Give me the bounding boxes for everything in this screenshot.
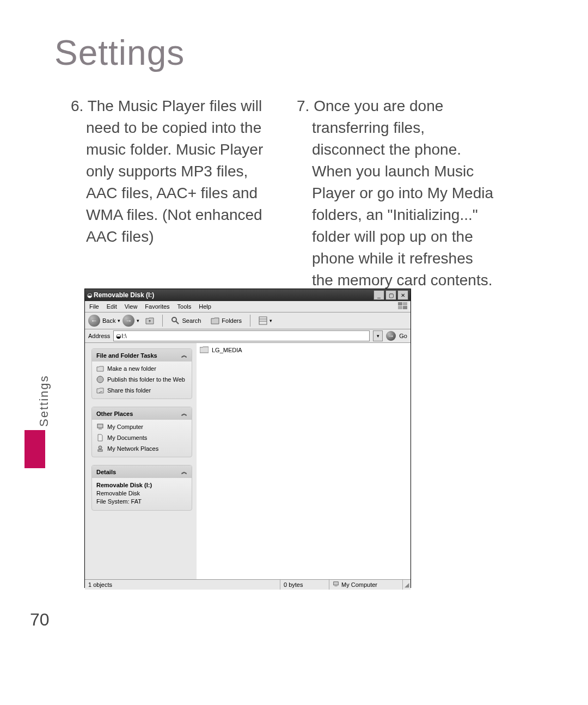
toolbar: ← Back ▾ → ▾ Search Folders	[85, 312, 411, 329]
folders-button[interactable]: Folders	[207, 314, 246, 327]
svg-rect-2	[398, 306, 402, 309]
folder-item-label: LG_MEDIA	[212, 347, 242, 353]
file-folder-tasks-panel: File and Folder Tasks ︽ Make a new folde…	[91, 348, 192, 399]
place-network-label: My Network Places	[107, 445, 158, 452]
search-icon	[171, 316, 180, 325]
network-icon	[96, 445, 104, 452]
file-list-pane[interactable]: LG_MEDIA	[197, 343, 411, 579]
side-tab-label: Settings	[37, 375, 51, 427]
windows-logo-icon	[398, 302, 408, 310]
maximize-button[interactable]: ▢	[385, 290, 396, 300]
status-bar: 1 objects 0 bytes My Computer ◢	[85, 579, 411, 590]
collapse-icon[interactable]: ︽	[181, 468, 187, 476]
address-input[interactable]: ◒ I:\	[113, 330, 370, 341]
svg-rect-0	[398, 302, 402, 305]
tasks-panel-title: File and Folder Tasks	[96, 352, 157, 359]
folders-icon	[211, 316, 219, 325]
folder-item-lg-media[interactable]: LG_MEDIA	[200, 346, 407, 353]
go-label: Go	[399, 333, 407, 339]
svg-rect-13	[98, 450, 102, 451]
svg-rect-15	[334, 586, 337, 587]
details-text: Removable Disk (I:) Removable Disk File …	[96, 481, 187, 506]
place-my-documents[interactable]: My Documents	[96, 434, 187, 442]
folder-icon	[200, 346, 209, 353]
places-panel-header[interactable]: Other Places ︽	[92, 407, 192, 420]
svg-line-5	[176, 321, 179, 324]
computer-icon	[96, 423, 104, 431]
documents-icon	[96, 434, 104, 442]
svg-rect-14	[334, 582, 339, 585]
address-bar: Address ◒ I:\ ▾ → Go	[85, 329, 411, 343]
up-button[interactable]	[142, 314, 158, 327]
details-panel-title: Details	[96, 469, 116, 475]
folder-up-icon	[145, 316, 154, 325]
page-heading: Settings	[54, 33, 185, 73]
menu-view[interactable]: View	[125, 303, 138, 310]
views-dropdown-icon: ▾	[270, 318, 272, 323]
resize-grip-icon[interactable]: ◢	[403, 580, 411, 590]
instruction-text: 6. The Music Player files will need to b…	[71, 95, 495, 291]
address-label: Address	[88, 333, 110, 339]
tasks-sidebar: File and Folder Tasks ︽ Make a new folde…	[85, 343, 197, 579]
place-my-documents-label: My Documents	[107, 434, 147, 442]
step-7-number: 7.	[297, 97, 309, 114]
menu-help[interactable]: Help	[199, 303, 211, 310]
places-panel-title: Other Places	[96, 410, 133, 417]
minimize-button[interactable]: _	[373, 290, 384, 300]
toolbar-separator	[162, 315, 163, 327]
svg-point-12	[99, 446, 102, 449]
menu-bar: File Edit View Favorites Tools Help	[85, 301, 411, 312]
details-name: Removable Disk (I:)	[96, 482, 152, 488]
views-button[interactable]: ▾	[255, 314, 276, 327]
forward-button[interactable]: →	[122, 315, 134, 327]
status-location: My Computer	[329, 580, 403, 590]
task-publish-label: Publish this folder to the Web	[107, 376, 185, 383]
toolbar-separator-2	[250, 315, 250, 327]
forward-dropdown-icon[interactable]: ▾	[137, 318, 139, 323]
place-network[interactable]: My Network Places	[96, 445, 187, 452]
titlebar-disk-icon: ◒	[87, 292, 93, 299]
new-folder-icon	[96, 365, 104, 372]
window-titlebar[interactable]: ◒ Removable Disk (I:) _ ▢ ✕	[85, 289, 411, 301]
address-value: I:\	[121, 333, 126, 339]
step-7-text: Once you are done transferring files, di…	[312, 97, 493, 289]
svg-rect-6	[259, 317, 267, 324]
tasks-panel-header[interactable]: File and Folder Tasks ︽	[92, 349, 192, 361]
details-panel-header[interactable]: Details ︽	[92, 465, 192, 478]
svg-point-4	[172, 317, 176, 322]
views-icon	[259, 316, 267, 325]
page-number: 70	[30, 610, 50, 630]
close-button[interactable]: ✕	[397, 290, 408, 300]
details-type: Removable Disk	[96, 490, 140, 496]
svg-rect-3	[403, 306, 407, 309]
task-share[interactable]: Share this folder	[96, 387, 187, 394]
task-new-folder[interactable]: Make a new folder	[96, 365, 187, 372]
window-title: Removable Disk (I:)	[93, 291, 372, 299]
search-label: Search	[182, 317, 201, 324]
go-button[interactable]: →	[386, 331, 396, 341]
explorer-window: ◒ Removable Disk (I:) _ ▢ ✕ File Edit Vi…	[84, 289, 411, 588]
step-6-text: The Music Player files will need to be c…	[86, 97, 263, 245]
folders-label: Folders	[222, 317, 242, 324]
address-dropdown-icon[interactable]: ▾	[373, 330, 383, 341]
menu-tools[interactable]: Tools	[177, 303, 192, 310]
menu-edit[interactable]: Edit	[107, 303, 117, 310]
task-new-folder-label: Make a new folder	[107, 365, 156, 372]
details-panel: Details ︽ Removable Disk (I:) Removable …	[91, 465, 192, 511]
collapse-icon[interactable]: ︽	[181, 351, 187, 359]
globe-icon	[96, 376, 104, 383]
menu-favorites[interactable]: Favorites	[145, 303, 169, 310]
task-share-label: Share this folder	[107, 387, 151, 394]
collapse-icon[interactable]: ︽	[181, 409, 187, 418]
status-size: 0 bytes	[280, 580, 329, 590]
task-publish[interactable]: Publish this folder to the Web	[96, 376, 187, 383]
other-places-panel: Other Places ︽ My Computer My Documents	[91, 407, 192, 457]
menu-file[interactable]: File	[89, 303, 99, 310]
back-label: Back	[102, 317, 115, 324]
svg-rect-10	[97, 424, 103, 428]
place-my-computer[interactable]: My Computer	[96, 423, 187, 431]
back-dropdown-icon[interactable]: ▾	[118, 318, 120, 323]
svg-rect-1	[403, 302, 407, 305]
back-button[interactable]: ←	[88, 315, 100, 327]
search-button[interactable]: Search	[167, 314, 205, 327]
